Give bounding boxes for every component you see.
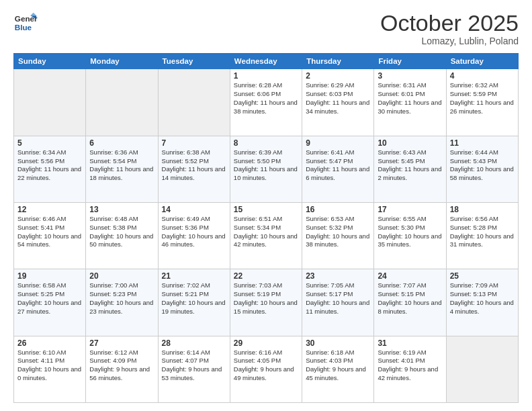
day-info: Sunrise: 6:31 AM Sunset: 6:01 PM Dayligh… <box>378 81 442 116</box>
day-number: 28 <box>162 338 226 348</box>
day-info: Sunrise: 6:10 AM Sunset: 4:11 PM Dayligh… <box>17 349 82 383</box>
day-info: Sunrise: 7:05 AM Sunset: 5:17 PM Dayligh… <box>306 281 370 316</box>
header: General Blue October 2025 Lomazy, Lublin… <box>13 11 519 46</box>
week-row-1: 1Sunrise: 6:28 AM Sunset: 6:06 PM Daylig… <box>14 69 519 136</box>
cell-w5-d6 <box>446 336 518 402</box>
title-block: October 2025 Lomazy, Lublin, Poland <box>380 11 519 46</box>
day-info: Sunrise: 6:18 AM Sunset: 4:03 PM Dayligh… <box>306 349 370 383</box>
day-info: Sunrise: 6:43 AM Sunset: 5:45 PM Dayligh… <box>378 148 442 183</box>
day-info: Sunrise: 6:28 AM Sunset: 6:06 PM Dayligh… <box>234 81 298 116</box>
cell-w4-d6: 25Sunrise: 7:09 AM Sunset: 5:13 PM Dayli… <box>446 269 518 336</box>
cell-w1-d6: 4Sunrise: 6:32 AM Sunset: 5:59 PM Daylig… <box>446 69 518 136</box>
cell-w3-d4: 16Sunrise: 6:53 AM Sunset: 5:32 PM Dayli… <box>302 203 374 269</box>
day-number: 5 <box>17 138 82 148</box>
day-number: 20 <box>89 271 154 281</box>
day-number: 21 <box>162 271 226 281</box>
cell-w1-d2 <box>158 69 230 136</box>
cell-w2-d6: 11Sunrise: 6:44 AM Sunset: 5:43 PM Dayli… <box>446 136 518 202</box>
day-info: Sunrise: 6:12 AM Sunset: 4:09 PM Dayligh… <box>89 349 154 383</box>
cell-w1-d1 <box>86 69 158 136</box>
day-info: Sunrise: 6:38 AM Sunset: 5:52 PM Dayligh… <box>162 148 226 183</box>
day-info: Sunrise: 6:56 AM Sunset: 5:28 PM Dayligh… <box>450 215 515 249</box>
day-number: 9 <box>306 138 370 148</box>
day-number: 24 <box>378 271 442 281</box>
day-number: 22 <box>234 271 298 281</box>
day-info: Sunrise: 6:51 AM Sunset: 5:34 PM Dayligh… <box>234 215 298 249</box>
day-number: 23 <box>306 271 370 281</box>
day-info: Sunrise: 7:02 AM Sunset: 5:21 PM Dayligh… <box>162 281 226 316</box>
day-number: 13 <box>89 205 154 214</box>
day-info: Sunrise: 6:41 AM Sunset: 5:47 PM Dayligh… <box>306 148 370 183</box>
cell-w2-d0: 5Sunrise: 6:34 AM Sunset: 5:56 PM Daylig… <box>14 136 86 202</box>
header-sunday: Sunday <box>14 54 86 69</box>
cell-w1-d3: 1Sunrise: 6:28 AM Sunset: 6:06 PM Daylig… <box>230 69 302 136</box>
logo-icon: General Blue <box>13 11 38 35</box>
location: Lomazy, Lublin, Poland <box>380 36 519 46</box>
cell-w4-d0: 19Sunrise: 6:58 AM Sunset: 5:25 PM Dayli… <box>14 269 86 336</box>
day-number: 11 <box>450 138 515 148</box>
cell-w1-d4: 2Sunrise: 6:29 AM Sunset: 6:03 PM Daylig… <box>302 69 374 136</box>
cell-w3-d0: 12Sunrise: 6:46 AM Sunset: 5:41 PM Dayli… <box>14 203 86 269</box>
day-number: 15 <box>234 205 298 214</box>
cell-w4-d3: 22Sunrise: 7:03 AM Sunset: 5:19 PM Dayli… <box>230 269 302 336</box>
calendar-table: Sunday Monday Tuesday Wednesday Thursday… <box>13 53 519 403</box>
cell-w4-d2: 21Sunrise: 7:02 AM Sunset: 5:21 PM Dayli… <box>158 269 230 336</box>
header-saturday: Saturday <box>446 54 518 69</box>
cell-w4-d1: 20Sunrise: 7:00 AM Sunset: 5:23 PM Dayli… <box>86 269 158 336</box>
day-info: Sunrise: 6:48 AM Sunset: 5:38 PM Dayligh… <box>89 215 154 249</box>
cell-w1-d0 <box>14 69 86 136</box>
day-number: 30 <box>306 338 370 348</box>
day-number: 7 <box>162 138 226 148</box>
day-number: 1 <box>234 71 298 81</box>
cell-w5-d1: 27Sunrise: 6:12 AM Sunset: 4:09 PM Dayli… <box>86 336 158 402</box>
day-number: 16 <box>306 205 370 214</box>
header-wednesday: Wednesday <box>230 54 302 69</box>
day-info: Sunrise: 6:32 AM Sunset: 5:59 PM Dayligh… <box>450 81 515 116</box>
cell-w5-d5: 31Sunrise: 6:19 AM Sunset: 4:01 PM Dayli… <box>374 336 446 402</box>
cell-w2-d2: 7Sunrise: 6:38 AM Sunset: 5:52 PM Daylig… <box>158 136 230 202</box>
cell-w5-d0: 26Sunrise: 6:10 AM Sunset: 4:11 PM Dayli… <box>14 336 86 402</box>
day-info: Sunrise: 7:03 AM Sunset: 5:19 PM Dayligh… <box>234 281 298 316</box>
week-row-3: 12Sunrise: 6:46 AM Sunset: 5:41 PM Dayli… <box>14 203 519 269</box>
day-info: Sunrise: 6:58 AM Sunset: 5:25 PM Dayligh… <box>17 281 82 316</box>
week-row-5: 26Sunrise: 6:10 AM Sunset: 4:11 PM Dayli… <box>14 336 519 402</box>
day-number: 31 <box>378 338 442 348</box>
day-number: 6 <box>89 138 154 148</box>
cell-w2-d3: 8Sunrise: 6:39 AM Sunset: 5:50 PM Daylig… <box>230 136 302 202</box>
cell-w5-d2: 28Sunrise: 6:14 AM Sunset: 4:07 PM Dayli… <box>158 336 230 402</box>
cell-w3-d5: 17Sunrise: 6:55 AM Sunset: 5:30 PM Dayli… <box>374 203 446 269</box>
day-info: Sunrise: 6:34 AM Sunset: 5:56 PM Dayligh… <box>17 148 82 183</box>
day-info: Sunrise: 7:00 AM Sunset: 5:23 PM Dayligh… <box>89 281 154 316</box>
day-info: Sunrise: 6:55 AM Sunset: 5:30 PM Dayligh… <box>378 215 442 249</box>
cell-w4-d4: 23Sunrise: 7:05 AM Sunset: 5:17 PM Dayli… <box>302 269 374 336</box>
day-info: Sunrise: 6:19 AM Sunset: 4:01 PM Dayligh… <box>378 349 442 383</box>
header-tuesday: Tuesday <box>158 54 230 69</box>
day-info: Sunrise: 6:29 AM Sunset: 6:03 PM Dayligh… <box>306 81 370 116</box>
cell-w2-d1: 6Sunrise: 6:36 AM Sunset: 5:54 PM Daylig… <box>86 136 158 202</box>
cell-w4-d5: 24Sunrise: 7:07 AM Sunset: 5:15 PM Dayli… <box>374 269 446 336</box>
cell-w3-d2: 14Sunrise: 6:49 AM Sunset: 5:36 PM Dayli… <box>158 203 230 269</box>
day-info: Sunrise: 7:09 AM Sunset: 5:13 PM Dayligh… <box>450 281 515 316</box>
cell-w5-d3: 29Sunrise: 6:16 AM Sunset: 4:05 PM Dayli… <box>230 336 302 402</box>
day-number: 17 <box>378 205 442 214</box>
day-number: 25 <box>450 271 515 281</box>
day-number: 4 <box>450 71 515 81</box>
cell-w5-d4: 30Sunrise: 6:18 AM Sunset: 4:03 PM Dayli… <box>302 336 374 402</box>
day-info: Sunrise: 6:44 AM Sunset: 5:43 PM Dayligh… <box>450 148 515 183</box>
day-number: 18 <box>450 205 515 214</box>
day-number: 26 <box>17 338 82 348</box>
cell-w1-d5: 3Sunrise: 6:31 AM Sunset: 6:01 PM Daylig… <box>374 69 446 136</box>
week-row-4: 19Sunrise: 6:58 AM Sunset: 5:25 PM Dayli… <box>14 269 519 336</box>
day-number: 12 <box>17 205 82 214</box>
day-info: Sunrise: 7:07 AM Sunset: 5:15 PM Dayligh… <box>378 281 442 316</box>
day-info: Sunrise: 6:53 AM Sunset: 5:32 PM Dayligh… <box>306 215 370 249</box>
day-number: 10 <box>378 138 442 148</box>
day-number: 8 <box>234 138 298 148</box>
cell-w3-d1: 13Sunrise: 6:48 AM Sunset: 5:38 PM Dayli… <box>86 203 158 269</box>
header-thursday: Thursday <box>302 54 374 69</box>
day-number: 27 <box>89 338 154 348</box>
day-info: Sunrise: 6:49 AM Sunset: 5:36 PM Dayligh… <box>162 215 226 249</box>
logo: General Blue <box>13 11 38 35</box>
cell-w3-d3: 15Sunrise: 6:51 AM Sunset: 5:34 PM Dayli… <box>230 203 302 269</box>
day-info: Sunrise: 6:46 AM Sunset: 5:41 PM Dayligh… <box>17 215 82 249</box>
